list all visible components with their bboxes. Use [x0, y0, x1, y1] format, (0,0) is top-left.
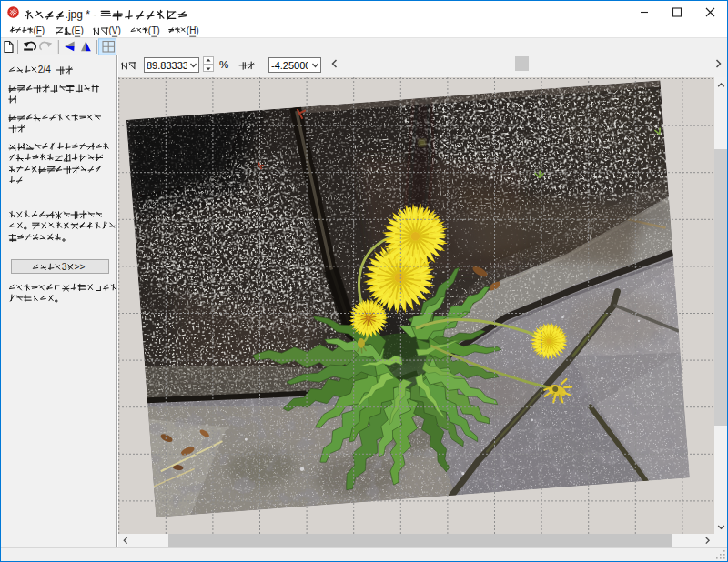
svg-text:(T): (T) — [148, 26, 160, 35]
svg-text:(F): (F) — [33, 26, 45, 35]
svg-text:>>: >> — [75, 263, 86, 272]
svg-text:(H): (H) — [187, 26, 199, 35]
svg-text:2/4: 2/4 — [38, 65, 51, 75]
svg-text:3: 3 — [62, 263, 67, 272]
svg-text:.jpg * -: .jpg * - — [66, 9, 97, 21]
svg-text:(V): (V) — [108, 26, 120, 35]
svg-text:(E): (E) — [71, 26, 83, 35]
